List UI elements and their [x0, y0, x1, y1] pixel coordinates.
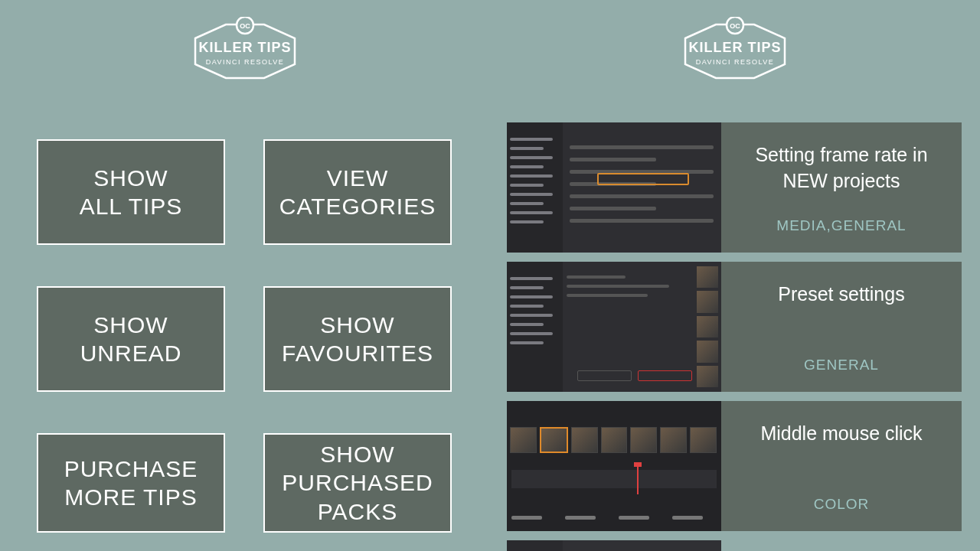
tip-row[interactable]: Middle mouse click COLOR	[507, 401, 962, 531]
svg-text:DAVINCI RESOLVE: DAVINCI RESOLVE	[206, 58, 285, 66]
tip-info: Preset settings GENERAL	[721, 262, 962, 392]
purchase-more-tips-button[interactable]: PURCHASE MORE TIPS	[37, 433, 225, 533]
app-root: OC KILLER TIPS DAVINCI RESOLVE SHOW ALL …	[0, 0, 980, 551]
tip-categories: MEDIA,GENERAL	[776, 217, 906, 234]
view-categories-button[interactable]: VIEW CATEGORIES	[263, 139, 452, 245]
tip-row[interactable]	[507, 540, 962, 551]
right-panel: OC KILLER TIPS DAVINCI RESOLVE Setting f…	[490, 0, 980, 551]
show-favourites-button[interactable]: SHOW FAVOURITES	[263, 286, 452, 392]
svg-text:KILLER TIPS: KILLER TIPS	[198, 40, 291, 55]
tips-list[interactable]: Setting frame rate in NEW projects MEDIA…	[507, 122, 962, 551]
main-menu-grid: SHOW ALL TIPS VIEW CATEGORIES SHOW UNREA…	[0, 93, 490, 533]
tip-thumbnail	[507, 401, 721, 531]
left-panel: OC KILLER TIPS DAVINCI RESOLVE SHOW ALL …	[0, 0, 490, 551]
show-purchased-packs-button[interactable]: SHOW PURCHASED PACKS	[263, 433, 452, 533]
tip-thumbnail	[507, 122, 721, 253]
tip-row[interactable]: Preset settings GENERAL	[507, 262, 962, 392]
tip-title: Middle mouse click	[760, 421, 922, 447]
tip-categories: COLOR	[814, 496, 870, 513]
tip-categories: GENERAL	[804, 357, 879, 373]
killer-tips-logo: OC KILLER TIPS DAVINCI RESOLVE	[670, 17, 800, 86]
tip-info: Middle mouse click COLOR	[721, 401, 962, 531]
tip-row[interactable]: Setting frame rate in NEW projects MEDIA…	[507, 122, 962, 253]
logo-right-wrap: OC KILLER TIPS DAVINCI RESOLVE	[490, 0, 980, 93]
tip-info: Setting frame rate in NEW projects MEDIA…	[721, 122, 962, 253]
svg-text:KILLER TIPS: KILLER TIPS	[688, 40, 781, 55]
logo-left-wrap: OC KILLER TIPS DAVINCI RESOLVE	[0, 0, 490, 93]
killer-tips-logo: OC KILLER TIPS DAVINCI RESOLVE	[180, 17, 310, 86]
svg-text:DAVINCI RESOLVE: DAVINCI RESOLVE	[696, 58, 775, 66]
svg-text:OC: OC	[730, 22, 740, 30]
tip-thumbnail	[507, 262, 721, 392]
show-all-tips-button[interactable]: SHOW ALL TIPS	[37, 139, 225, 245]
tip-title: Setting frame rate in NEW projects	[735, 142, 948, 194]
tip-thumbnail	[507, 540, 721, 551]
show-unread-button[interactable]: SHOW UNREAD	[37, 286, 225, 392]
svg-text:OC: OC	[240, 22, 250, 30]
tip-title: Preset settings	[778, 282, 904, 308]
